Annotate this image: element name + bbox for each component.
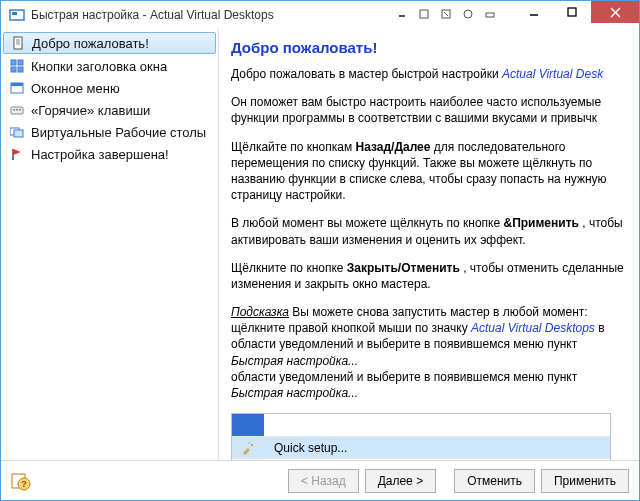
title-bar: Быстрая настройка - Actual Virtual Deskt…: [1, 1, 639, 29]
sidebar-item-label: «Горячие» клавиши: [31, 103, 150, 118]
product-link[interactable]: Actual Virtual Desktops: [471, 321, 595, 335]
button-label: < Назад: [301, 474, 346, 488]
button-label: Далее >: [378, 474, 424, 488]
paragraph-2: Он поможет вам быстро настроить наиболее…: [231, 94, 631, 126]
sidebar-item-welcome[interactable]: Добро пожаловать!: [3, 32, 216, 54]
menu-item-stop[interactable]: Stop Ctrl+Alt+Num -: [232, 458, 610, 460]
svg-point-6: [464, 10, 472, 18]
sidebar-item-setup-complete[interactable]: Настройка завершена!: [1, 143, 218, 165]
menu-icon: [9, 80, 25, 96]
wizard-icon: [232, 437, 264, 459]
pause-icon: [232, 459, 264, 460]
extra-btn-4[interactable]: [459, 5, 477, 23]
extra-btn-3[interactable]: [437, 5, 455, 23]
extra-titlebar-buttons: [393, 5, 499, 23]
italic-text: Быстрая настройка...: [231, 386, 358, 400]
svg-rect-27: [14, 130, 23, 137]
bold-text: Закрыть/Отменить: [347, 261, 460, 275]
svg-rect-9: [568, 8, 576, 16]
flag-icon: [9, 146, 25, 162]
text: области уведомлений и выберите в появивш…: [231, 370, 577, 384]
document-icon: [10, 35, 26, 51]
hint-label: Подсказка: [231, 305, 289, 319]
svg-rect-24: [16, 109, 18, 111]
sidebar-item-virtual-desktops[interactable]: Виртуальные Рабочие столы: [1, 121, 218, 143]
svg-point-29: [251, 443, 253, 445]
svg-rect-19: [18, 67, 23, 72]
paragraph-5: Щёлкните по кнопке Закрыть/Отменить , чт…: [231, 260, 631, 292]
footer: ? < Назад Далее > Отменить Применить: [1, 460, 639, 500]
system-buttons: [515, 1, 639, 23]
context-menu-demo: Quick setup... Stop Ctrl+Alt+Num - Exit: [231, 413, 611, 460]
text: Добро пожаловать в мастер быстрой настро…: [231, 67, 502, 81]
sidebar: Добро пожаловать! Кнопки заголовка окна …: [1, 29, 219, 460]
sidebar-item-label: Оконное меню: [31, 81, 120, 96]
svg-rect-1: [12, 12, 17, 15]
sidebar-item-hotkeys[interactable]: «Горячие» клавиши: [1, 99, 218, 121]
svg-rect-7: [486, 13, 494, 17]
menu-item-label: Quick setup...: [264, 441, 414, 455]
content-pane: Добро пожаловать! Добро пожаловать в мас…: [219, 29, 639, 460]
product-link[interactable]: Actual Virtual Desk: [502, 67, 603, 81]
tray-icon-placeholder: [232, 414, 264, 436]
text: Щёлкните по кнопке: [231, 261, 347, 275]
extra-btn-1[interactable]: [393, 5, 411, 23]
svg-rect-16: [11, 60, 16, 65]
desktops-icon: [9, 124, 25, 140]
svg-text:?: ?: [21, 479, 27, 489]
app-icon: [9, 7, 25, 23]
sidebar-item-label: Добро пожаловать!: [32, 36, 149, 51]
intro-paragraph: Добро пожаловать в мастер быстрой настро…: [231, 66, 631, 82]
cancel-button[interactable]: Отменить: [454, 469, 535, 493]
text: Щёлкайте по кнопкам: [231, 140, 356, 154]
svg-rect-23: [13, 109, 15, 111]
sidebar-item-window-menu[interactable]: Оконное меню: [1, 77, 218, 99]
sidebar-item-label: Виртуальные Рабочие столы: [31, 125, 206, 140]
sidebar-item-label: Кнопки заголовка окна: [31, 59, 167, 74]
next-button[interactable]: Далее >: [365, 469, 437, 493]
extra-btn-5[interactable]: [481, 5, 499, 23]
button-label: Отменить: [467, 474, 522, 488]
svg-rect-3: [420, 10, 428, 18]
extra-btn-2[interactable]: [415, 5, 433, 23]
minimize-button[interactable]: [515, 1, 553, 23]
svg-line-5: [444, 12, 448, 16]
sidebar-item-label: Настройка завершена!: [31, 147, 169, 162]
svg-rect-21: [11, 83, 23, 86]
sidebar-item-titlebar-buttons[interactable]: Кнопки заголовка окна: [1, 55, 218, 77]
bold-text: Назад/Далее: [356, 140, 431, 154]
svg-rect-18: [11, 67, 16, 72]
svg-rect-12: [14, 37, 22, 49]
svg-rect-17: [18, 60, 23, 65]
menu-header: [232, 414, 610, 436]
keyboard-icon: [9, 102, 25, 118]
bold-text: &Применить: [503, 216, 578, 230]
svg-point-30: [248, 442, 250, 444]
menu-item-quick-setup[interactable]: Quick setup...: [232, 436, 610, 458]
italic-text: Быстрая настройка...: [231, 354, 358, 368]
paragraph-4: В любой момент вы можете щёлкнуть по кно…: [231, 215, 631, 247]
paragraph-3: Щёлкайте по кнопкам Назад/Далее для посл…: [231, 139, 631, 204]
svg-rect-25: [19, 109, 21, 111]
back-button[interactable]: < Назад: [288, 469, 359, 493]
button-label: Применить: [554, 474, 616, 488]
paragraph-hint: Подсказка Вы можете снова запустить маст…: [231, 304, 631, 401]
page-heading: Добро пожаловать!: [231, 39, 631, 56]
text: В любой момент вы можете щёлкнуть по кно…: [231, 216, 503, 230]
apply-button[interactable]: Применить: [541, 469, 629, 493]
svg-rect-2: [399, 15, 405, 17]
window-title: Быстрая настройка - Actual Virtual Deskt…: [31, 8, 274, 22]
grid-icon: [9, 58, 25, 74]
maximize-button[interactable]: [553, 1, 591, 23]
close-button[interactable]: [591, 1, 639, 23]
help-icon[interactable]: ?: [11, 471, 31, 491]
